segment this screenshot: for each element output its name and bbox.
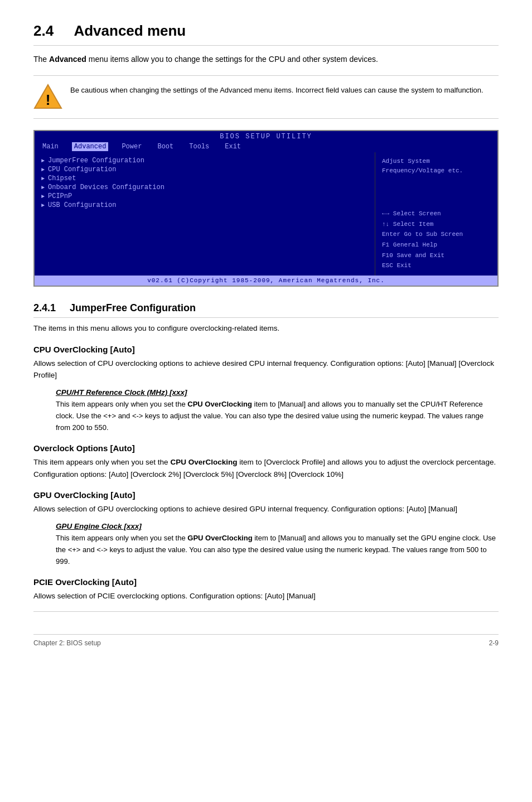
bios-key-f10: F10 Save and Exit — [382, 250, 491, 261]
sub-item-heading-cpuht: CPU/HT Reference Clock (MHz) [xxx] — [56, 388, 499, 397]
bios-title: BIOS SETUP UTILITY — [35, 131, 497, 141]
section-heading: 2.4 Advanced menu — [33, 22, 499, 46]
subsection-heading: 2.4.1 JumperFree Configuration — [33, 302, 499, 318]
bios-entry-pciplnp: ►PCIPnP — [41, 192, 368, 200]
item-desc-overclock-options: This item appears only when you set the … — [33, 456, 499, 480]
item-desc-cpu-overclock: Allows selection of CPU overclocking opt… — [33, 357, 499, 381]
arrow-icon: ► — [41, 185, 45, 191]
bios-key-leftright: ←→ Select Screen — [382, 209, 491, 219]
bios-entry-cpu: ►CPU Configuration — [41, 166, 368, 173]
bios-right-panel: Adjust SystemFrequency/Voltage etc. ←→ S… — [375, 152, 497, 276]
subsection-title: JumperFree Configuration — [70, 302, 196, 313]
arrow-icon: ► — [41, 194, 45, 200]
warning-text: Be cautious when changing the settings o… — [70, 83, 483, 96]
footer-right: 2-9 — [489, 639, 499, 647]
bios-entry-chipset: ►Chipset — [41, 175, 368, 182]
bios-body: ►JumperFree Configuration ►CPU Configura… — [35, 152, 497, 276]
bios-menu-exit[interactable]: Exit — [223, 142, 243, 151]
item-desc-pcie-overclock: Allows selection of PCIE overclocking op… — [33, 590, 499, 602]
item-heading-gpu-overclock: GPU OverClocking [Auto] — [33, 490, 499, 500]
bios-menu-advanced[interactable]: Advanced — [72, 142, 109, 151]
bios-key-esc: ESC Exit — [382, 260, 491, 271]
bios-entry-usb: ►USB Configuration — [41, 201, 368, 209]
arrow-icon: ► — [41, 167, 45, 173]
bios-footer: v02.61 (C)Copyright 1985-2009, American … — [35, 276, 497, 286]
footer-left: Chapter 2: BIOS setup — [33, 639, 101, 647]
bios-menu-main[interactable]: Main — [40, 142, 61, 151]
section-title: Advanced menu — [74, 22, 186, 39]
warning-box: ! Be cautious when changing the settings… — [33, 75, 499, 119]
subsection-number: 2.4.1 — [33, 302, 56, 313]
bios-entry-onboard: ►Onboard Devices Configuration — [41, 183, 368, 191]
bios-entry-jumperfree: ►JumperFree Configuration — [41, 157, 368, 165]
bios-menu-power[interactable]: Power — [119, 142, 144, 151]
svg-text:!: ! — [46, 91, 51, 108]
bios-keys: ←→ Select Screen ↑↓ Select Item Enter Go… — [382, 209, 491, 271]
page-footer: Chapter 2: BIOS setup 2-9 — [33, 634, 499, 647]
arrow-icon: ► — [41, 176, 45, 182]
section-number: 2.4 — [33, 22, 54, 39]
bios-help-text: Adjust SystemFrequency/Voltage etc. — [382, 157, 491, 175]
bios-screenshot: BIOS SETUP UTILITY Main Advanced Power B… — [33, 130, 499, 287]
item-heading-overclock-options: Overclock Options [Auto] — [33, 443, 499, 453]
page-divider — [33, 611, 499, 612]
bios-nav-row: Main Advanced Power Boot Tools Exit — [35, 141, 497, 152]
bios-key-f1: F1 General Help — [382, 240, 491, 250]
bios-key-updown: ↑↓ Select Item — [382, 219, 491, 230]
item-heading-pcie-overclock: PCIE OverClocking [Auto] — [33, 577, 499, 587]
bios-menu-tools[interactable]: Tools — [187, 142, 211, 151]
warning-icon: ! — [33, 83, 62, 112]
sub-item-desc-gpu-engine: This item appears only when you set the … — [56, 533, 499, 567]
intro-paragraph: The Advanced menu items allow you to cha… — [33, 54, 499, 65]
bios-menu-boot[interactable]: Boot — [155, 142, 176, 151]
bios-left-panel: ►JumperFree Configuration ►CPU Configura… — [35, 152, 375, 276]
arrow-icon: ► — [41, 202, 45, 209]
sub-item-heading-gpu-engine: GPU Engine Clock [xxx] — [56, 522, 499, 530]
subsection-intro: The items in this menu allows you to con… — [33, 322, 499, 335]
item-heading-cpu-overclock: CPU OverClocking [Auto] — [33, 345, 499, 354]
bios-key-enter: Enter Go to Sub Screen — [382, 229, 491, 240]
sub-item-desc-cpuht: This item appears only when you set the … — [56, 399, 499, 433]
item-desc-gpu-overclock: Allows selection of GPU overclocking opt… — [33, 503, 499, 515]
arrow-icon: ► — [41, 158, 45, 164]
